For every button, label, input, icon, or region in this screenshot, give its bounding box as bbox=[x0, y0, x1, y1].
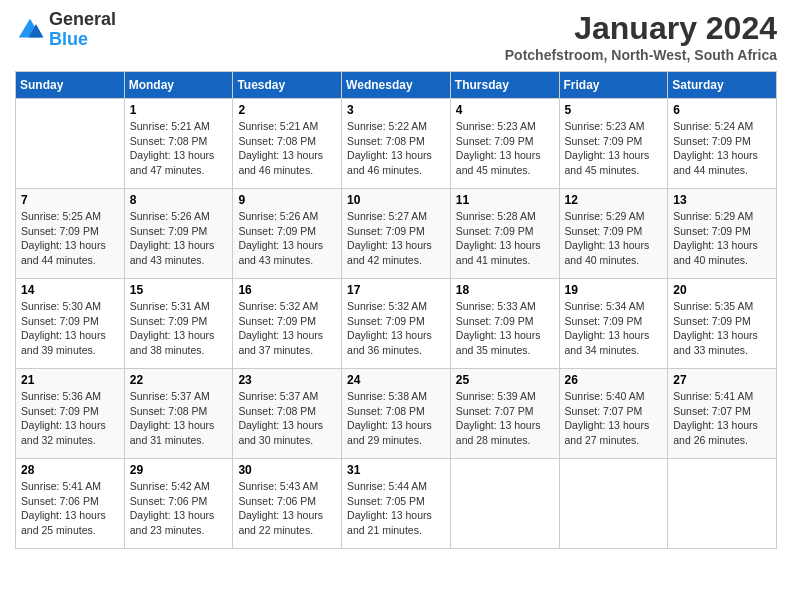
header-cell-saturday: Saturday bbox=[668, 72, 777, 99]
week-row-4: 21Sunrise: 5:36 AM Sunset: 7:09 PM Dayli… bbox=[16, 369, 777, 459]
week-row-1: 1Sunrise: 5:21 AM Sunset: 7:08 PM Daylig… bbox=[16, 99, 777, 189]
calendar-cell: 3Sunrise: 5:22 AM Sunset: 7:08 PM Daylig… bbox=[342, 99, 451, 189]
calendar-cell bbox=[559, 459, 668, 549]
day-info: Sunrise: 5:24 AM Sunset: 7:09 PM Dayligh… bbox=[673, 119, 771, 178]
day-info: Sunrise: 5:40 AM Sunset: 7:07 PM Dayligh… bbox=[565, 389, 663, 448]
calendar-cell bbox=[450, 459, 559, 549]
calendar-cell: 1Sunrise: 5:21 AM Sunset: 7:08 PM Daylig… bbox=[124, 99, 233, 189]
day-number: 28 bbox=[21, 463, 119, 477]
calendar-cell: 28Sunrise: 5:41 AM Sunset: 7:06 PM Dayli… bbox=[16, 459, 125, 549]
day-number: 4 bbox=[456, 103, 554, 117]
header-cell-wednesday: Wednesday bbox=[342, 72, 451, 99]
day-info: Sunrise: 5:42 AM Sunset: 7:06 PM Dayligh… bbox=[130, 479, 228, 538]
day-number: 24 bbox=[347, 373, 445, 387]
day-info: Sunrise: 5:35 AM Sunset: 7:09 PM Dayligh… bbox=[673, 299, 771, 358]
page-header: General Blue January 2024 Potchefstroom,… bbox=[15, 10, 777, 63]
logo: General Blue bbox=[15, 10, 116, 50]
header-cell-thursday: Thursday bbox=[450, 72, 559, 99]
day-info: Sunrise: 5:31 AM Sunset: 7:09 PM Dayligh… bbox=[130, 299, 228, 358]
calendar-cell bbox=[16, 99, 125, 189]
day-info: Sunrise: 5:43 AM Sunset: 7:06 PM Dayligh… bbox=[238, 479, 336, 538]
calendar-cell: 2Sunrise: 5:21 AM Sunset: 7:08 PM Daylig… bbox=[233, 99, 342, 189]
day-number: 22 bbox=[130, 373, 228, 387]
calendar-cell: 13Sunrise: 5:29 AM Sunset: 7:09 PM Dayli… bbox=[668, 189, 777, 279]
week-row-5: 28Sunrise: 5:41 AM Sunset: 7:06 PM Dayli… bbox=[16, 459, 777, 549]
day-number: 10 bbox=[347, 193, 445, 207]
day-number: 2 bbox=[238, 103, 336, 117]
day-number: 6 bbox=[673, 103, 771, 117]
day-info: Sunrise: 5:33 AM Sunset: 7:09 PM Dayligh… bbox=[456, 299, 554, 358]
day-number: 27 bbox=[673, 373, 771, 387]
calendar-cell: 27Sunrise: 5:41 AM Sunset: 7:07 PM Dayli… bbox=[668, 369, 777, 459]
day-info: Sunrise: 5:36 AM Sunset: 7:09 PM Dayligh… bbox=[21, 389, 119, 448]
month-year: January 2024 bbox=[505, 10, 777, 47]
calendar-cell: 12Sunrise: 5:29 AM Sunset: 7:09 PM Dayli… bbox=[559, 189, 668, 279]
calendar-cell: 8Sunrise: 5:26 AM Sunset: 7:09 PM Daylig… bbox=[124, 189, 233, 279]
day-info: Sunrise: 5:41 AM Sunset: 7:06 PM Dayligh… bbox=[21, 479, 119, 538]
day-info: Sunrise: 5:23 AM Sunset: 7:09 PM Dayligh… bbox=[565, 119, 663, 178]
day-info: Sunrise: 5:37 AM Sunset: 7:08 PM Dayligh… bbox=[238, 389, 336, 448]
calendar-cell: 23Sunrise: 5:37 AM Sunset: 7:08 PM Dayli… bbox=[233, 369, 342, 459]
day-number: 9 bbox=[238, 193, 336, 207]
calendar-cell: 14Sunrise: 5:30 AM Sunset: 7:09 PM Dayli… bbox=[16, 279, 125, 369]
calendar-cell: 24Sunrise: 5:38 AM Sunset: 7:08 PM Dayli… bbox=[342, 369, 451, 459]
calendar-cell: 6Sunrise: 5:24 AM Sunset: 7:09 PM Daylig… bbox=[668, 99, 777, 189]
week-row-2: 7Sunrise: 5:25 AM Sunset: 7:09 PM Daylig… bbox=[16, 189, 777, 279]
day-number: 8 bbox=[130, 193, 228, 207]
logo-text: General Blue bbox=[49, 10, 116, 50]
day-number: 21 bbox=[21, 373, 119, 387]
day-number: 7 bbox=[21, 193, 119, 207]
calendar-cell: 26Sunrise: 5:40 AM Sunset: 7:07 PM Dayli… bbox=[559, 369, 668, 459]
header-cell-monday: Monday bbox=[124, 72, 233, 99]
day-number: 17 bbox=[347, 283, 445, 297]
day-info: Sunrise: 5:23 AM Sunset: 7:09 PM Dayligh… bbox=[456, 119, 554, 178]
title-block: January 2024 Potchefstroom, North-West, … bbox=[505, 10, 777, 63]
day-info: Sunrise: 5:41 AM Sunset: 7:07 PM Dayligh… bbox=[673, 389, 771, 448]
day-number: 3 bbox=[347, 103, 445, 117]
calendar-cell: 11Sunrise: 5:28 AM Sunset: 7:09 PM Dayli… bbox=[450, 189, 559, 279]
day-info: Sunrise: 5:28 AM Sunset: 7:09 PM Dayligh… bbox=[456, 209, 554, 268]
week-row-3: 14Sunrise: 5:30 AM Sunset: 7:09 PM Dayli… bbox=[16, 279, 777, 369]
header-cell-friday: Friday bbox=[559, 72, 668, 99]
day-number: 25 bbox=[456, 373, 554, 387]
day-number: 30 bbox=[238, 463, 336, 477]
calendar-cell: 19Sunrise: 5:34 AM Sunset: 7:09 PM Dayli… bbox=[559, 279, 668, 369]
day-number: 15 bbox=[130, 283, 228, 297]
day-info: Sunrise: 5:34 AM Sunset: 7:09 PM Dayligh… bbox=[565, 299, 663, 358]
day-info: Sunrise: 5:32 AM Sunset: 7:09 PM Dayligh… bbox=[347, 299, 445, 358]
header-row: SundayMondayTuesdayWednesdayThursdayFrid… bbox=[16, 72, 777, 99]
day-number: 13 bbox=[673, 193, 771, 207]
day-info: Sunrise: 5:39 AM Sunset: 7:07 PM Dayligh… bbox=[456, 389, 554, 448]
day-number: 11 bbox=[456, 193, 554, 207]
day-info: Sunrise: 5:44 AM Sunset: 7:05 PM Dayligh… bbox=[347, 479, 445, 538]
location: Potchefstroom, North-West, South Africa bbox=[505, 47, 777, 63]
calendar-cell: 22Sunrise: 5:37 AM Sunset: 7:08 PM Dayli… bbox=[124, 369, 233, 459]
calendar-cell: 9Sunrise: 5:26 AM Sunset: 7:09 PM Daylig… bbox=[233, 189, 342, 279]
day-info: Sunrise: 5:27 AM Sunset: 7:09 PM Dayligh… bbox=[347, 209, 445, 268]
calendar-cell: 21Sunrise: 5:36 AM Sunset: 7:09 PM Dayli… bbox=[16, 369, 125, 459]
calendar-cell: 7Sunrise: 5:25 AM Sunset: 7:09 PM Daylig… bbox=[16, 189, 125, 279]
day-number: 29 bbox=[130, 463, 228, 477]
day-number: 14 bbox=[21, 283, 119, 297]
calendar-cell: 10Sunrise: 5:27 AM Sunset: 7:09 PM Dayli… bbox=[342, 189, 451, 279]
day-info: Sunrise: 5:26 AM Sunset: 7:09 PM Dayligh… bbox=[130, 209, 228, 268]
calendar-cell: 31Sunrise: 5:44 AM Sunset: 7:05 PM Dayli… bbox=[342, 459, 451, 549]
calendar-cell: 20Sunrise: 5:35 AM Sunset: 7:09 PM Dayli… bbox=[668, 279, 777, 369]
calendar-cell: 4Sunrise: 5:23 AM Sunset: 7:09 PM Daylig… bbox=[450, 99, 559, 189]
calendar-cell: 29Sunrise: 5:42 AM Sunset: 7:06 PM Dayli… bbox=[124, 459, 233, 549]
day-info: Sunrise: 5:21 AM Sunset: 7:08 PM Dayligh… bbox=[130, 119, 228, 178]
day-info: Sunrise: 5:32 AM Sunset: 7:09 PM Dayligh… bbox=[238, 299, 336, 358]
calendar-cell: 18Sunrise: 5:33 AM Sunset: 7:09 PM Dayli… bbox=[450, 279, 559, 369]
calendar-cell: 16Sunrise: 5:32 AM Sunset: 7:09 PM Dayli… bbox=[233, 279, 342, 369]
day-info: Sunrise: 5:29 AM Sunset: 7:09 PM Dayligh… bbox=[565, 209, 663, 268]
header-cell-sunday: Sunday bbox=[16, 72, 125, 99]
day-info: Sunrise: 5:22 AM Sunset: 7:08 PM Dayligh… bbox=[347, 119, 445, 178]
day-number: 23 bbox=[238, 373, 336, 387]
day-info: Sunrise: 5:38 AM Sunset: 7:08 PM Dayligh… bbox=[347, 389, 445, 448]
calendar-table: SundayMondayTuesdayWednesdayThursdayFrid… bbox=[15, 71, 777, 549]
day-number: 19 bbox=[565, 283, 663, 297]
day-info: Sunrise: 5:26 AM Sunset: 7:09 PM Dayligh… bbox=[238, 209, 336, 268]
logo-icon bbox=[15, 15, 45, 45]
calendar-cell: 15Sunrise: 5:31 AM Sunset: 7:09 PM Dayli… bbox=[124, 279, 233, 369]
calendar-cell: 17Sunrise: 5:32 AM Sunset: 7:09 PM Dayli… bbox=[342, 279, 451, 369]
